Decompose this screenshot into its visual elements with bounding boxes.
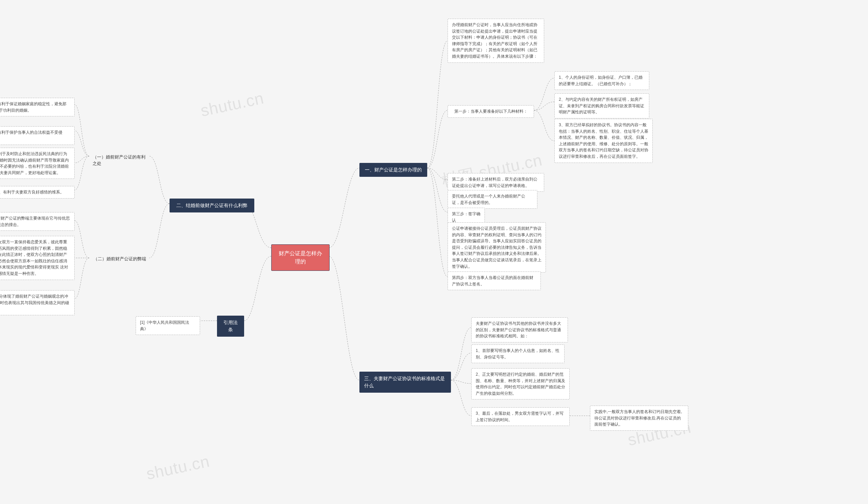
pros-item2: 2、有利于保护当事人的合法权益不受侵害。 (0, 126, 75, 145)
branch3-intro: 夫妻财产公证协议书与其他的协议书并没有多大的区别，夫妻财产公证协议书的标准格式与… (471, 317, 568, 342)
branch1-step1-item3: 3、双方已经草拟好的协议书。协议书的内容一般包括：当事人的姓名、性别、职业、住址… (554, 119, 653, 163)
branch1-step1-item1: 1、个人的身份证明，如身份证、户口簿，已婚的还要带上结婚证。（已婚也可补办）； (554, 71, 649, 90)
pros-item3: 3、有利于及时防止和惩治违反民法典的行为 避免离婚时因无法确认婚前财产而导致家庭… (0, 148, 75, 179)
root-node[interactable]: 财产公证是怎样办理的 (271, 244, 330, 271)
cons-item1: 婚前财产公证的弊端主要体现在它与传统思想观念的撞击。 (0, 212, 75, 231)
branch3-note: 实践中,一般双方当事人的签名和订约日期先空着,待公证员对协议进行审查和修改后,再… (590, 405, 688, 431)
pros-item4: 4、有利于夫妻双方良好感情的维系。 (0, 186, 75, 199)
cons-item2: 如果男女双方一直保持着恋爱关系，彼此尊重 共同经历风雨的变迁感情得到了积累，固然… (0, 236, 75, 280)
branch1-step1-item2: 2、与约定内容有关的财产所有权证明，如房产证、未拿到产权证的购房合同和付款发票等… (554, 93, 649, 119)
branch1-intro: 办理婚前财产公证时，当事人应当向住所地或协议签订地的公证处提出申请，提出申请时应… (447, 19, 544, 63)
connectors (0, 0, 868, 504)
branch1-step3-note: 公证申请被接待公证员受理后，公证员就财产协议的内容、审查财产的权利证明、查问当事… (447, 222, 546, 273)
branch1-step1: 第一步：当事人要准备好以下几种材料： (447, 105, 534, 118)
branch1-step4: 第四步：双方当事人当着公证员的面在婚前财产协议书上签名。 (447, 272, 541, 290)
branch2-pros: （一）婚前财产公证的有利之处 (89, 152, 150, 169)
branch4-item1: [1]《中华人民共和国国民法典》 (136, 316, 200, 335)
branch3-item1: 1、首部要写明当事人的个人信息，如姓名、性别、身份证号等。 (471, 344, 565, 363)
branch3-item3: 3、最后，在落款处，男女双方需签字认可，并写上签订协议的时间。 (471, 407, 570, 426)
branch-3[interactable]: 三、夫妻财产公证协议书的标准格式是什么 (359, 372, 451, 393)
branch-4[interactable]: 引用法条 (217, 316, 244, 337)
pros-item1: 1、有利于保证婚姻家庭的稳定性，避免那些出于功利目的婚姻。 (0, 98, 75, 117)
branch-1[interactable]: 一、财产公证是怎样办理的 (359, 163, 427, 177)
branch1-step2-note: 委托他人代理或是一个人来办婚前财产公证，是不会被受理的。 (447, 190, 537, 209)
watermark: shutu.cn (199, 89, 266, 120)
branch-2[interactable]: 二、结婚前做财产公证有什么利弊 (169, 199, 254, 212)
watermark: shutu.cn (144, 452, 211, 483)
branch3-item2: 2、正文要写明想进行约定的婚前、婚后财产的范围、名称、数量、种类等，并对上述财产… (471, 368, 570, 400)
branch2-cons: （二）婚前财产公证的弊端 (89, 254, 150, 264)
branch1-step2: 第二步：准备好上述材料后，双方必须亲自到公证处提出公证申请，填写公证的申请表格。 (447, 173, 544, 192)
cons-item3: 这充分体现了婚前财产公证与婚姻观念的冲击 同时也表现出其与我国传统美德之间的碰撞 (0, 290, 75, 315)
